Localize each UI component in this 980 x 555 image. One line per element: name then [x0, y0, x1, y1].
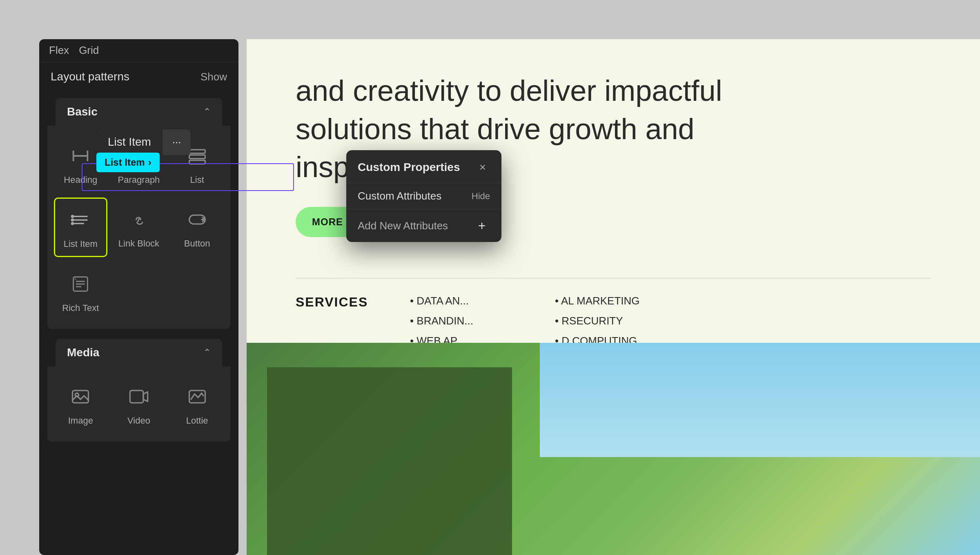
button-icon — [183, 205, 212, 234]
flex-button[interactable]: Flex — [49, 44, 69, 57]
video-icon — [124, 382, 154, 411]
custom-attributes-label: Custom Attributes — [358, 190, 441, 202]
block-rich-text[interactable]: A Rich Text — [54, 262, 107, 321]
svg-rect-8 — [189, 155, 205, 159]
video-label: Video — [127, 415, 150, 426]
svg-point-15 — [72, 223, 74, 224]
svg-rect-22 — [73, 391, 89, 403]
building-overlay — [267, 367, 512, 555]
panel-close-button[interactable]: × — [475, 160, 490, 175]
section-divider — [296, 278, 931, 278]
panel-custom-attributes: Custom Attributes Hide — [346, 183, 501, 209]
basic-section-header[interactable]: Basic ⌃ — [56, 98, 222, 126]
toolbar-more-button[interactable]: ··· — [163, 129, 191, 155]
list-item-label: List Item — [64, 239, 98, 249]
media-chevron-icon: ⌃ — [203, 347, 211, 358]
breadcrumb-arrow-icon: › — [148, 157, 151, 168]
button-label: Button — [184, 238, 210, 249]
list-item-breadcrumb[interactable]: List Item › — [96, 153, 160, 172]
rich-text-label: Rich Text — [62, 303, 99, 313]
link-icon — [124, 205, 154, 234]
toolbar-label: List Item — [96, 129, 163, 155]
hide-button[interactable]: Hide — [472, 191, 490, 202]
link-block-label: Link Block — [118, 238, 159, 249]
left-sidebar: Flex Grid Layout patterns Show Basic ⌃ — [39, 39, 238, 555]
media-section: Media ⌃ Image — [47, 339, 230, 442]
sidebar-top-bar: Flex Grid — [39, 39, 238, 62]
grid-button[interactable]: Grid — [79, 44, 99, 57]
block-video[interactable]: Video — [112, 375, 166, 433]
media-grid: Image Video — [54, 375, 224, 433]
block-button[interactable]: Button — [170, 198, 224, 257]
basic-title: Basic — [67, 105, 98, 118]
service-item-6: RSECURITY — [555, 315, 667, 327]
rich-text-icon: A — [66, 269, 95, 299]
custom-properties-panel: Custom Properties × Custom Attributes Hi… — [346, 150, 501, 242]
chevron-up-icon: ⌃ — [203, 107, 211, 117]
service-item-2: BRANDIN... — [410, 315, 473, 327]
lottie-icon — [183, 382, 212, 411]
image-icon — [66, 382, 95, 411]
panel-add-row: Add New Attributes + — [346, 209, 501, 242]
layout-patterns-label: Layout patterns — [51, 70, 129, 83]
show-button[interactable]: Show — [200, 71, 227, 83]
list-label: List — [190, 175, 204, 185]
media-title: Media — [67, 346, 99, 359]
add-new-label: Add New Attributes — [358, 220, 448, 232]
image-bottom — [247, 343, 980, 555]
svg-rect-9 — [189, 160, 205, 164]
list-item-icon — [66, 205, 95, 235]
service-item-1: DATA AN... — [410, 295, 473, 307]
svg-text:A: A — [74, 277, 77, 281]
add-attribute-button[interactable]: + — [474, 218, 490, 234]
block-lottie[interactable]: Lottie — [170, 375, 224, 433]
svg-rect-24 — [130, 391, 143, 403]
service-item-5: AL MARKETING — [555, 295, 667, 307]
image-label: Image — [68, 415, 93, 426]
block-link[interactable]: Link Block — [112, 198, 166, 257]
media-section-content: Image Video — [47, 366, 230, 442]
sky-area — [540, 343, 980, 457]
breadcrumb-label: List Item — [105, 157, 145, 168]
layout-patterns-section: Layout patterns Show — [39, 62, 238, 90]
block-image[interactable]: Image — [54, 375, 107, 433]
svg-point-14 — [72, 219, 74, 221]
main-content: and creativity to deliver impactful solu… — [247, 39, 980, 555]
panel-section-header: Custom Attributes Hide — [358, 190, 490, 202]
lottie-label: Lottie — [186, 415, 208, 426]
list-item-toolbar: List Item ··· — [96, 129, 191, 155]
svg-rect-7 — [189, 150, 205, 153]
svg-point-13 — [72, 215, 74, 217]
paragraph-label: Paragraph — [118, 175, 160, 185]
heading-label: Heading — [64, 175, 97, 185]
panel-header: Custom Properties × — [346, 150, 501, 183]
heading-icon — [66, 141, 95, 171]
block-list-item[interactable]: List Item — [54, 198, 107, 257]
panel-title: Custom Properties — [358, 161, 460, 174]
media-section-header[interactable]: Media ⌃ — [56, 339, 222, 366]
